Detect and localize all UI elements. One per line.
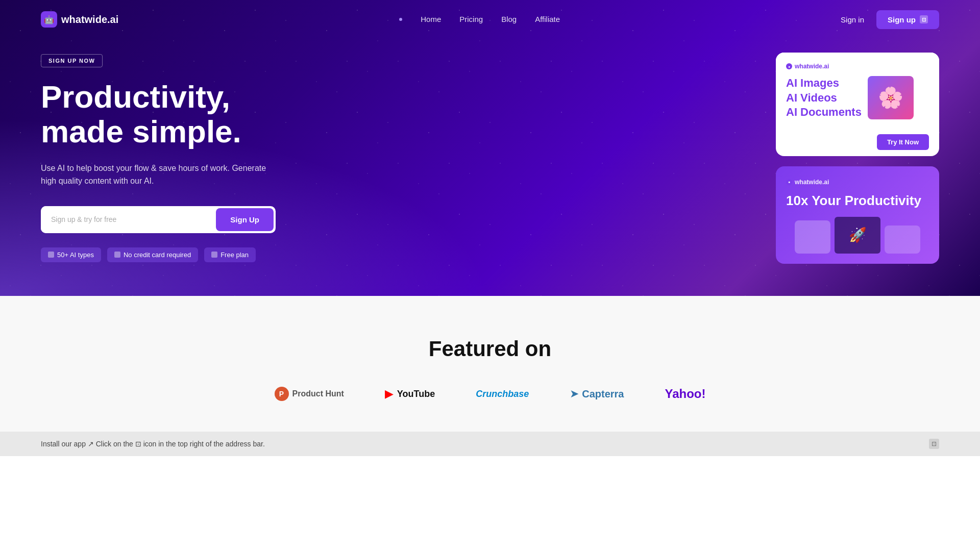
vis-laptop: 🚀 bbox=[835, 217, 880, 254]
install-arrow-icon: ↗ bbox=[88, 440, 96, 448]
yahoo-text: Yahoo! bbox=[665, 387, 705, 400]
logo-text: whatwide.ai bbox=[61, 14, 118, 26]
hero-tag-ai-label: 50+ AI types bbox=[57, 251, 94, 259]
install-bar: Install our app ↗ Click on the ⊡ icon in… bbox=[0, 432, 980, 456]
nav-item-pricing[interactable]: Pricing bbox=[459, 15, 483, 23]
promo-card-1-footer: Try It Now bbox=[776, 128, 939, 156]
install-text-part3: icon in the top right of the address bar… bbox=[143, 440, 265, 448]
featured-heading: Featured on bbox=[41, 337, 939, 361]
crunchbase-logo: Crunchbase bbox=[476, 389, 529, 399]
nav-actions: Sign in Sign up ⊡ bbox=[841, 10, 939, 29]
hero-left: SIGN UP NOW Productivity, made simple. U… bbox=[41, 54, 276, 262]
promo-card-2-brand: whatwide.ai bbox=[795, 179, 829, 186]
install-box-icon: ⊡ bbox=[135, 440, 143, 448]
hero-tag-no-cc: No credit card required bbox=[107, 247, 198, 262]
hero-tag-free-label: Free plan bbox=[220, 251, 249, 259]
nav-links: Home Pricing Blog Affiliate bbox=[399, 15, 560, 24]
capterra-text: Capterra bbox=[582, 388, 624, 400]
nav-dot-home bbox=[399, 18, 402, 21]
hero-badge: SIGN UP NOW bbox=[41, 54, 103, 67]
hero-description: Use AI to help boost your flow & save ho… bbox=[41, 162, 276, 188]
hero-title-line1: Productivity, bbox=[41, 79, 230, 114]
featured-section: Featured on P Product Hunt ▶ YouTube Cru… bbox=[0, 296, 980, 432]
tag-icon-ai bbox=[48, 252, 54, 258]
install-bar-text: Install our app ↗ Click on the ⊡ icon in… bbox=[41, 440, 265, 448]
nav-item-home[interactable]: Home bbox=[421, 15, 441, 23]
tag-icon-cc bbox=[114, 252, 120, 258]
youtube-icon: ▶ bbox=[385, 387, 394, 400]
promo-card-2-logo: ● whatwide.ai bbox=[786, 179, 929, 186]
nav-logo[interactable]: 🤖 whatwide.ai bbox=[41, 11, 118, 28]
yahoo-logo: Yahoo! bbox=[665, 387, 705, 401]
hero-tag-free: Free plan bbox=[204, 247, 256, 262]
install-text-part1: Install our app bbox=[41, 440, 86, 448]
promo-card-2-title: 10x Your Productivity bbox=[786, 193, 929, 209]
crunchbase-text: Crunchbase bbox=[476, 389, 529, 399]
promo-card-2-visual: 🚀 bbox=[786, 217, 929, 254]
promo-card-1-top: ● whatwide.ai AI Images AI Videos AI Doc… bbox=[776, 53, 939, 128]
product-hunt-logo: P Product Hunt bbox=[275, 387, 344, 401]
hero-tag-cc-label: No credit card required bbox=[124, 251, 191, 259]
hero-section: SIGN UP NOW Productivity, made simple. U… bbox=[0, 0, 980, 296]
signin-link[interactable]: Sign in bbox=[841, 15, 864, 24]
logo-icon: 🤖 bbox=[41, 11, 57, 28]
install-text-part2: Click on the bbox=[96, 440, 133, 448]
hero-title-line2: made simple. bbox=[41, 114, 241, 149]
install-bar-close-button[interactable]: ⊡ bbox=[929, 439, 939, 449]
promo-card-1-brand: whatwide.ai bbox=[795, 63, 829, 70]
promo-card-1-feature2: AI Videos bbox=[786, 91, 862, 106]
product-hunt-text: Product Hunt bbox=[292, 389, 344, 398]
product-hunt-icon: P bbox=[275, 387, 289, 401]
featured-logos: P Product Hunt ▶ YouTube Crunchbase ➤ Ca… bbox=[41, 387, 939, 401]
promo-card-2: ● whatwide.ai 10x Your Productivity 🚀 bbox=[776, 166, 939, 264]
capterra-logo: ➤ Capterra bbox=[570, 387, 624, 400]
tag-icon-free bbox=[211, 252, 217, 258]
nav-item-blog[interactable]: Blog bbox=[501, 15, 517, 23]
nav-item-affiliate[interactable]: Affiliate bbox=[535, 15, 560, 23]
try-now-button[interactable]: Try It Now bbox=[877, 134, 929, 150]
youtube-logo: ▶ YouTube bbox=[385, 387, 435, 400]
promo-card-1-image: 🌸 bbox=[868, 76, 914, 119]
promo-card-1-feature1: AI Images bbox=[786, 76, 862, 91]
hero-tag-ai-types: 50+ AI types bbox=[41, 247, 101, 262]
hero-content: SIGN UP NOW Productivity, made simple. U… bbox=[0, 2, 980, 294]
hero-input-row: Sign Up bbox=[41, 206, 276, 233]
promo-card-1-content: AI Images AI Videos AI Documents 🌸 bbox=[786, 76, 929, 120]
promo-logo-dot: ● bbox=[786, 63, 792, 69]
signup-button[interactable]: Sign up ⊡ bbox=[876, 10, 939, 29]
promo-card-1-feature3: AI Documents bbox=[786, 105, 862, 120]
hero-signup-button[interactable]: Sign Up bbox=[216, 208, 274, 231]
youtube-text: YouTube bbox=[397, 389, 435, 399]
hero-right: ● whatwide.ai AI Images AI Videos AI Doc… bbox=[776, 53, 939, 264]
navbar: 🤖 whatwide.ai Home Pricing Blog Affiliat… bbox=[0, 0, 980, 39]
hero-tags: 50+ AI types No credit card required Fre… bbox=[41, 247, 276, 262]
promo-card-1: ● whatwide.ai AI Images AI Videos AI Doc… bbox=[776, 53, 939, 156]
signup-icon: ⊡ bbox=[920, 15, 928, 23]
vis-box-left bbox=[795, 220, 830, 254]
promo-card-1-logo: ● whatwide.ai bbox=[786, 63, 929, 70]
hero-title: Productivity, made simple. bbox=[41, 80, 276, 149]
vis-box-right bbox=[885, 226, 920, 254]
promo-card-2-logo-dot: ● bbox=[786, 179, 792, 185]
promo-card-1-text: AI Images AI Videos AI Documents bbox=[786, 76, 862, 120]
hero-email-input[interactable] bbox=[41, 206, 214, 233]
capterra-icon: ➤ bbox=[570, 387, 579, 400]
